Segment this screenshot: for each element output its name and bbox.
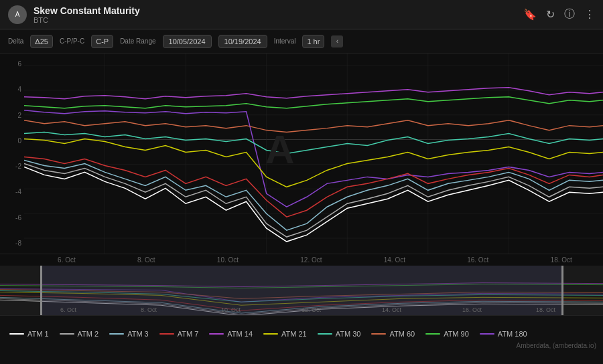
atm90-line: [24, 97, 603, 108]
header-left: A Skew Constant Maturity BTC: [8, 5, 140, 24]
main-chart: 6 4 2 0 -2 -4 -6 -8: [0, 54, 603, 254]
nav-svg-container: 6. Oct 8. Oct 10. Oct 12. Oct 14. Oct 16…: [0, 266, 603, 315]
nav-x5: 14. Oct: [382, 306, 402, 313]
x-label-10oct: 10. Oct: [217, 256, 239, 264]
info-icon[interactable]: ⓘ: [564, 7, 575, 21]
chart-svg-container: A: [24, 54, 603, 254]
header: A Skew Constant Maturity BTC 🔖 ↻ ⓘ ⋮: [0, 0, 603, 29]
chart-watermark: A: [265, 128, 295, 173]
legend-item-atm14: ATM 14: [209, 330, 253, 338]
legend-color-atm7: [159, 333, 174, 335]
cpp-selector[interactable]: C-P: [91, 35, 113, 48]
nav-x7: 18. Oct: [536, 306, 556, 313]
legend-label-atm180: ATM 180: [498, 330, 527, 338]
nav-x2: 8. Oct: [141, 306, 157, 313]
x-label-8oct: 8. Oct: [137, 256, 155, 264]
legend-color-atm1: [9, 333, 24, 335]
y-label-n6: -6: [3, 214, 21, 221]
legend-label-atm30: ATM 30: [336, 330, 361, 338]
cpp-label: C-P/P-C: [60, 37, 84, 45]
date-from-input[interactable]: 10/05/2024: [163, 35, 212, 48]
navigator-svg: 6. Oct 8. Oct 10. Oct 12. Oct 14. Oct 16…: [0, 266, 603, 315]
nav-x3: 10. Oct: [221, 306, 241, 313]
legend-label-atm7: ATM 7: [178, 330, 199, 338]
date-to-input[interactable]: 10/19/2024: [218, 35, 267, 48]
legend-color-atm14: [209, 333, 224, 335]
nav-x1: 6. Oct: [60, 306, 77, 313]
legend-item-atm21: ATM 21: [263, 330, 307, 338]
navigator[interactable]: 6. Oct 8. Oct 10. Oct 12. Oct 14. Oct 16…: [0, 266, 603, 316]
legend-color-atm30: [318, 333, 332, 335]
atm1-line: [24, 167, 603, 242]
legend: ATM 1ATM 2ATM 3ATM 7ATM 14ATM 21ATM 30AT…: [0, 316, 603, 352]
x-axis: 6. Oct 8. Oct 10. Oct 12. Oct 14. Oct 16…: [0, 254, 603, 266]
header-icons: 🔖 ↻ ⓘ ⋮: [523, 7, 595, 21]
legend-color-atm180: [480, 333, 494, 335]
legend-color-atm90: [425, 333, 440, 335]
legend-item-atm7: ATM 7: [159, 330, 199, 338]
legend-item-atm30: ATM 30: [318, 330, 361, 338]
y-label-n8: -8: [3, 240, 21, 247]
legend-label-atm2: ATM 2: [78, 330, 99, 338]
page-title: Skew Constant Maturity: [34, 5, 140, 16]
footer-row: ATM 1ATM 2ATM 3ATM 7ATM 14ATM 21ATM 30AT…: [0, 316, 603, 352]
y-label-2: 2: [3, 112, 21, 119]
x-label-6oct: 6. Oct: [58, 256, 76, 264]
y-label-0: 0: [3, 137, 21, 145]
subtitle: BTC: [34, 16, 140, 24]
y-label-n2: -2: [3, 163, 21, 170]
x-label-14oct: 14. Oct: [384, 256, 405, 264]
legend-item-atm1: ATM 1: [9, 330, 49, 338]
y-axis: 6 4 2 0 -2 -4 -6 -8: [0, 54, 24, 254]
legend-label-atm1: ATM 1: [27, 330, 49, 338]
legend-label-atm90: ATM 90: [444, 330, 469, 338]
interval-selector[interactable]: 1 hr: [302, 35, 324, 48]
legend-item-atm90: ATM 90: [425, 330, 469, 338]
refresh-icon[interactable]: ↻: [546, 8, 555, 21]
nav-x6: 16. Oct: [462, 306, 482, 313]
bookmark-icon[interactable]: 🔖: [523, 8, 537, 21]
atm180-line: [24, 110, 603, 207]
nav-x4: 12. Oct: [302, 306, 322, 313]
legend-item-atm2: ATM 2: [60, 330, 99, 338]
svg-rect-17: [561, 266, 563, 315]
svg-rect-16: [40, 266, 42, 315]
atm7-line: [24, 157, 603, 217]
y-label-6: 6: [3, 60, 21, 68]
collapse-button[interactable]: ‹: [331, 35, 343, 48]
y-label-4: 4: [3, 86, 21, 93]
legend-item-atm180: ATM 180: [480, 330, 527, 338]
legend-color-atm21: [263, 333, 278, 335]
logo-text: A: [15, 11, 20, 18]
legend-color-atm3: [109, 333, 124, 335]
logo-icon: A: [8, 5, 27, 24]
chart-svg: A: [24, 54, 603, 254]
x-label-18oct: 18. Oct: [551, 256, 572, 264]
menu-icon[interactable]: ⋮: [584, 8, 595, 21]
legend-label-atm14: ATM 14: [227, 330, 253, 338]
delta-label: Delta: [8, 37, 23, 45]
legend-label-atm21: ATM 21: [281, 330, 307, 338]
controls-bar: Delta Δ25 C-P/P-C C-P Date Range 10/05/2…: [0, 29, 603, 54]
legend-color-atm60: [371, 333, 386, 335]
watermark: Amberdata, (amberdata.io): [516, 342, 596, 349]
atm60-line: [24, 120, 603, 132]
y-label-n4: -4: [3, 188, 21, 195]
delta-selector[interactable]: Δ25: [30, 35, 53, 48]
date-range-label: Date Range: [120, 37, 155, 45]
legend-label-atm3: ATM 3: [127, 330, 149, 338]
interval-label: Interval: [274, 37, 296, 45]
x-label-16oct: 16. Oct: [467, 256, 488, 264]
atm14-line: [24, 88, 603, 99]
x-label-12oct: 12. Oct: [300, 256, 322, 264]
legend-item-atm60: ATM 60: [371, 330, 415, 338]
header-title: Skew Constant Maturity BTC: [34, 5, 140, 24]
legend-label-atm60: ATM 60: [389, 330, 415, 338]
legend-color-atm2: [60, 333, 74, 335]
legend-item-atm3: ATM 3: [109, 330, 149, 338]
